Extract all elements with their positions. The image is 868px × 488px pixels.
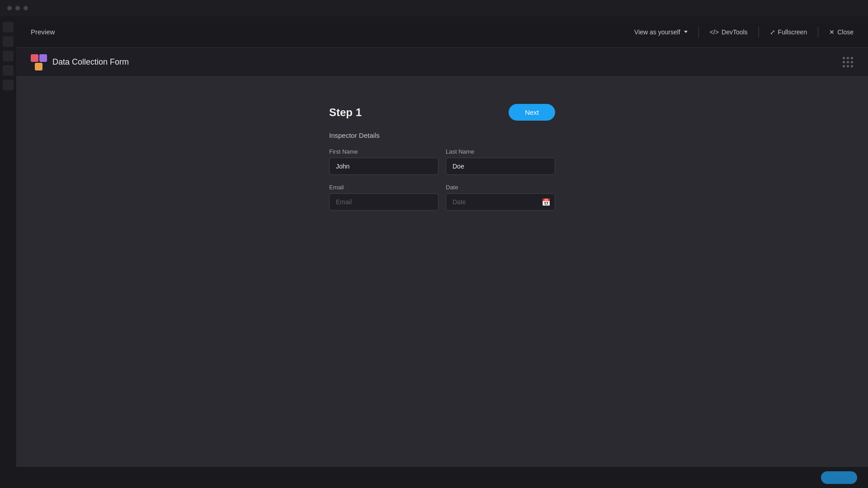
bg-dot-3 bbox=[24, 6, 28, 10]
name-row: First Name Last Name bbox=[329, 148, 555, 175]
expand-icon: ⤢ bbox=[770, 28, 775, 36]
devtools-button[interactable]: </> DevTools bbox=[710, 28, 748, 36]
close-label: Close bbox=[837, 28, 854, 36]
bottom-action-btn bbox=[821, 471, 857, 484]
date-input[interactable] bbox=[446, 193, 555, 211]
bg-dot-1 bbox=[7, 6, 12, 10]
fullscreen-label: Fullscreen bbox=[778, 28, 807, 36]
last-name-input[interactable] bbox=[446, 158, 555, 175]
bg-dot-2 bbox=[15, 6, 20, 10]
preview-header: Preview View as yourself </> DevTools ⤢ … bbox=[16, 16, 868, 48]
sidebar-item-4 bbox=[3, 65, 14, 76]
bottom-bar bbox=[16, 466, 868, 488]
svg-rect-0 bbox=[31, 54, 38, 62]
next-button[interactable]: Next bbox=[509, 104, 555, 121]
svg-rect-2 bbox=[35, 63, 42, 70]
calendar-icon-button[interactable]: 📅 bbox=[542, 198, 551, 206]
calendar-icon: 📅 bbox=[542, 198, 551, 206]
bg-topbar bbox=[0, 0, 868, 16]
first-name-label: First Name bbox=[329, 148, 439, 155]
close-button[interactable]: ✕ Close bbox=[829, 28, 854, 36]
preview-title: Preview bbox=[31, 28, 55, 36]
last-name-label: Last Name bbox=[446, 148, 555, 155]
view-as-yourself-label: View as yourself bbox=[634, 28, 680, 36]
first-name-group: First Name bbox=[329, 148, 439, 175]
form-container: Step 1 Next Inspector Details First Name… bbox=[329, 104, 555, 488]
code-icon: </> bbox=[710, 28, 719, 36]
fullscreen-button[interactable]: ⤢ Fullscreen bbox=[770, 28, 807, 36]
grid-icon bbox=[843, 57, 854, 68]
view-as-yourself-button[interactable]: View as yourself bbox=[634, 28, 688, 36]
email-input[interactable] bbox=[329, 193, 439, 211]
email-label: Email bbox=[329, 184, 439, 191]
section-title: Inspector Details bbox=[329, 131, 555, 139]
chevron-down-icon bbox=[684, 31, 688, 33]
sidebar-item-3 bbox=[3, 51, 14, 61]
step-title: Step 1 bbox=[329, 106, 362, 119]
preview-window: Preview View as yourself </> DevTools ⤢ … bbox=[16, 16, 868, 488]
form-title: Data Collection Form bbox=[52, 57, 129, 67]
left-sidebar bbox=[0, 16, 16, 488]
sidebar-item-2 bbox=[3, 36, 14, 47]
email-group: Email bbox=[329, 184, 439, 211]
first-name-input[interactable] bbox=[329, 158, 439, 175]
devtools-label: DevTools bbox=[722, 28, 748, 36]
separator-3 bbox=[818, 27, 818, 38]
form-logo bbox=[31, 54, 47, 70]
close-icon: ✕ bbox=[829, 28, 835, 36]
email-date-row: Email Date 📅 bbox=[329, 184, 555, 211]
last-name-group: Last Name bbox=[446, 148, 555, 175]
sidebar-item-5 bbox=[3, 80, 14, 90]
date-wrapper: 📅 bbox=[446, 193, 555, 211]
date-label: Date bbox=[446, 184, 555, 191]
form-header: Data Collection Form bbox=[16, 48, 868, 77]
separator-2 bbox=[759, 27, 759, 38]
svg-rect-1 bbox=[39, 54, 47, 62]
step-header: Step 1 Next bbox=[329, 104, 555, 121]
header-actions: View as yourself </> DevTools ⤢ Fullscre… bbox=[634, 27, 854, 38]
date-group: Date 📅 bbox=[446, 184, 555, 211]
separator-1 bbox=[698, 27, 699, 38]
form-content: Step 1 Next Inspector Details First Name… bbox=[16, 77, 868, 488]
sidebar-item-1 bbox=[3, 22, 14, 33]
